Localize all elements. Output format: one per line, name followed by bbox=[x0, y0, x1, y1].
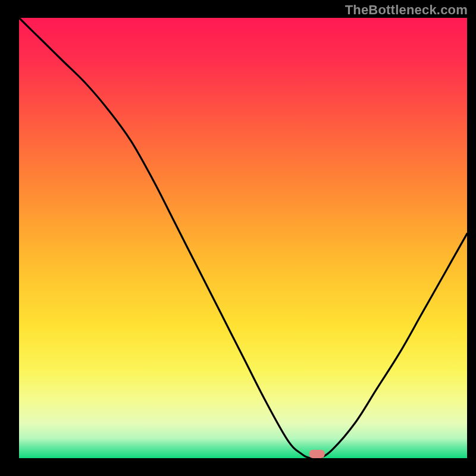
chart-frame: TheBottleneck.com bbox=[0, 0, 476, 476]
watermark-text: TheBottleneck.com bbox=[345, 2, 468, 18]
bottleneck-chart bbox=[0, 0, 476, 476]
valley-marker bbox=[309, 450, 325, 458]
